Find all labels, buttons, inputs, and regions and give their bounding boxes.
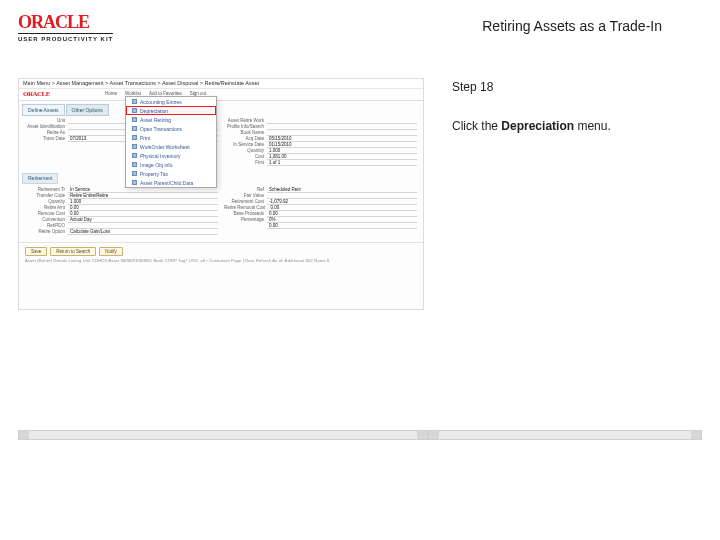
label-first: First [224,160,264,165]
label-book-name: Book Name [224,130,264,135]
oracle-logo: ORACLE [18,12,113,33]
menu-item-parent-child[interactable]: Asset Parent/Child Data [126,178,216,187]
menu-item-workorder[interactable]: WorkOrder Worksheet [126,142,216,151]
menu-item-image-obj[interactable]: Image Obj info [126,160,216,169]
label-base-proceeds: Base Proceeds [224,211,264,216]
label-asset-retire-work: Asset Retire Work [224,118,264,123]
save-button[interactable]: Save [25,247,47,256]
app-screenshot: Main Menu > Asset Management > Asset Tra… [18,78,424,310]
top-tab-home[interactable]: Home [105,91,117,96]
label-retire-amt: Retire Amt [25,205,65,210]
field-first: 1 of 1 [267,160,417,166]
label-retire-removal-cost: Retire Removal Cost [224,205,266,210]
breadcrumb: Main Menu > Asset Management > Asset Tra… [19,79,423,89]
field-blank[interactable]: 0.00 [267,223,417,229]
instruction-bold: Depreciation [501,119,574,133]
instruction-prefix: Click the [452,119,501,133]
dropdown-menu: Accounting Entries Depreciation Asset Re… [125,96,217,188]
menu-item-depreciation[interactable]: Depreciation [126,106,216,115]
label-ret-pdo: Ret/PDO [25,223,65,228]
field-retire-option[interactable]: Calculate Gain/Loss [68,229,218,235]
step-label: Step 18 [452,78,702,97]
notify-button[interactable]: Notify [99,247,123,256]
doc-icon [132,162,137,167]
doc-icon [132,99,137,104]
status-text: Asset (Retire) Details Listing Unit CUHC… [19,258,423,265]
instruction-suffix: menu. [574,119,611,133]
menu-item-asset-retiring[interactable]: Asset Retiring [126,115,216,124]
menu-item-print[interactable]: Print [126,133,216,142]
doc-icon [132,108,137,113]
label-trans-date: Trans Date [25,136,65,141]
tab-define-assets[interactable]: Define Assets [22,104,65,116]
label-retirement-cost: Retirement Cost [224,199,264,204]
menu-item-open-transactions[interactable]: Open Transactions [126,124,216,133]
label-retire-as: Retire As [25,130,65,135]
doc-icon [132,117,137,122]
menu-item-accounting-entries[interactable]: Accounting Entries [126,97,216,106]
doc-icon [132,126,137,131]
label-remove-cost: Remove Cost [25,211,65,216]
app-brand: ORACLE [23,90,50,98]
label-in-svc-date: In Service Date [224,142,264,147]
label-profile-info: Profile Info/Search [224,124,264,129]
page-title: Retiring Assets as a Trade-In [482,12,702,34]
label-percentage: Percentage [224,217,264,222]
menu-item-physical-inventory[interactable]: Physical Inventory [126,151,216,160]
instruction-text: Click the Depreciation menu. [452,117,702,136]
label-acq-date: Acq Date [224,136,264,141]
label-ret-tr: Retirement Tr [25,187,65,192]
label-fair-value: Fair Value [224,193,264,198]
label-convention: Convention [25,217,65,222]
menu-item-property-tax[interactable]: Property Tax [126,169,216,178]
label-cost-top: Cost [224,154,264,159]
horizontal-scrollbar-left[interactable] [18,430,428,440]
doc-icon [132,171,137,176]
tab-other-options[interactable]: Other Options [66,104,109,116]
retirement-section-label: Retirement [22,173,58,184]
return-to-search-button[interactable]: Return to Search [50,247,96,256]
label-retire-option: Retire Option [25,229,65,234]
label-unit: Unit [25,118,65,123]
logo-subtitle: USER PRODUCTIVITY KIT [18,33,113,42]
doc-icon [132,144,137,149]
doc-icon [132,135,137,140]
label-asset-id: Asset Identification [25,124,65,129]
horizontal-scrollbar-right[interactable] [428,430,702,440]
label-ref: Ref [224,187,264,192]
label-transfer-code: Transfer Code [25,193,65,198]
label-quantity: Quantity [25,199,65,204]
label-quantity-top: Quantity [224,148,264,153]
doc-icon [132,180,137,185]
doc-icon [132,153,137,158]
